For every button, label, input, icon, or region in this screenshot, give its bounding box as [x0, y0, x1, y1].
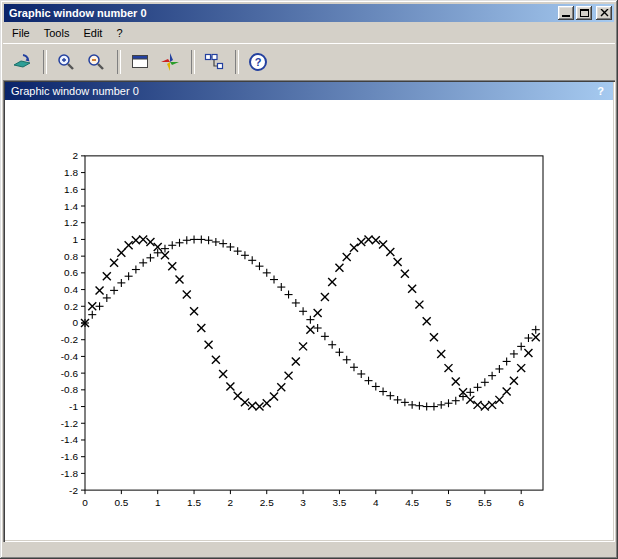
svg-text:5: 5 [446, 497, 452, 508]
svg-text:0.5: 0.5 [114, 497, 128, 508]
minimize-icon [562, 15, 570, 17]
svg-text:3: 3 [300, 497, 306, 508]
svg-text:6: 6 [518, 497, 524, 508]
toolbar-separator [43, 50, 47, 74]
svg-text:-0.2: -0.2 [61, 334, 79, 345]
svg-text:0: 0 [72, 317, 78, 328]
menu-edit[interactable]: Edit [76, 24, 109, 42]
zoom-in-button[interactable] [52, 48, 80, 76]
figure-properties-button[interactable] [126, 48, 154, 76]
svg-text:2: 2 [228, 497, 234, 508]
svg-text:0.8: 0.8 [64, 251, 78, 262]
svg-text:0.4: 0.4 [64, 284, 78, 295]
svg-text:-1.2: -1.2 [61, 418, 79, 429]
menu-file[interactable]: File [5, 24, 37, 42]
figure-title-bar[interactable]: Graphic window number 0 ? [5, 82, 613, 100]
svg-text:0: 0 [82, 497, 88, 508]
svg-text:3.5: 3.5 [333, 497, 347, 508]
plot-svg: 00.511.522.533.544.555.5621.81.61.41.210… [5, 100, 613, 540]
close-button[interactable] [596, 6, 612, 20]
window: Graphic window number 0 File Tools Edit … [0, 0, 618, 559]
svg-text:?: ? [255, 56, 262, 68]
ged-icon [160, 52, 180, 72]
svg-text:1.2: 1.2 [64, 217, 78, 228]
title-bar[interactable]: Graphic window number 0 [4, 4, 614, 22]
svg-text:1.5: 1.5 [187, 497, 201, 508]
zoom-out-icon [86, 52, 106, 72]
svg-text:0.2: 0.2 [64, 301, 78, 312]
svg-text:1: 1 [72, 234, 78, 245]
menu-help[interactable]: ? [109, 24, 129, 42]
figure-title: Graphic window number 0 [11, 85, 597, 97]
help-button[interactable]: ? [244, 48, 272, 76]
svg-text:-1: -1 [69, 401, 78, 412]
zoom-in-icon [56, 52, 76, 72]
toolbar: ? [3, 43, 615, 80]
menu-bar: File Tools Edit ? [3, 23, 615, 43]
figure-client: Graphic window number 0 ? 00.511.522.533… [3, 80, 615, 542]
maximize-icon [580, 9, 589, 17]
svg-text:1.8: 1.8 [64, 167, 78, 178]
svg-text:-0.4: -0.4 [61, 351, 79, 362]
window-title: Graphic window number 0 [9, 7, 556, 19]
toolbar-separator [191, 50, 195, 74]
entity-picker-icon [204, 52, 224, 72]
rotate-button[interactable] [8, 48, 36, 76]
svg-text:2.5: 2.5 [260, 497, 274, 508]
help-icon: ? [248, 52, 268, 72]
svg-text:-0.6: -0.6 [61, 368, 79, 379]
svg-text:1: 1 [155, 497, 161, 508]
toolbar-separator [235, 50, 239, 74]
svg-text:1.4: 1.4 [64, 201, 78, 212]
svg-text:4.5: 4.5 [405, 497, 419, 508]
svg-text:-0.8: -0.8 [61, 384, 79, 395]
svg-text:5.5: 5.5 [478, 497, 492, 508]
svg-text:-2: -2 [69, 485, 78, 496]
svg-text:-1.8: -1.8 [61, 468, 79, 479]
svg-text:1.6: 1.6 [64, 184, 78, 195]
svg-text:2: 2 [72, 150, 78, 161]
maximize-button[interactable] [576, 6, 592, 20]
svg-text:-1.4: -1.4 [61, 434, 79, 445]
figure-help-button[interactable]: ? [597, 85, 604, 97]
close-icon [600, 9, 609, 17]
rotate-icon [12, 52, 32, 72]
svg-text:-1.6: -1.6 [61, 451, 79, 462]
entity-picker-button[interactable] [200, 48, 228, 76]
plot-canvas[interactable]: 00.511.522.533.544.555.5621.81.61.41.210… [5, 100, 613, 540]
status-bar [3, 543, 615, 556]
minimize-button[interactable] [558, 6, 574, 20]
toolbar-separator [117, 50, 121, 74]
figure-properties-icon [130, 52, 150, 72]
svg-text:4: 4 [373, 497, 379, 508]
zoom-out-button[interactable] [82, 48, 110, 76]
ged-button[interactable] [156, 48, 184, 76]
menu-tools[interactable]: Tools [37, 24, 77, 42]
svg-text:0.6: 0.6 [64, 267, 78, 278]
